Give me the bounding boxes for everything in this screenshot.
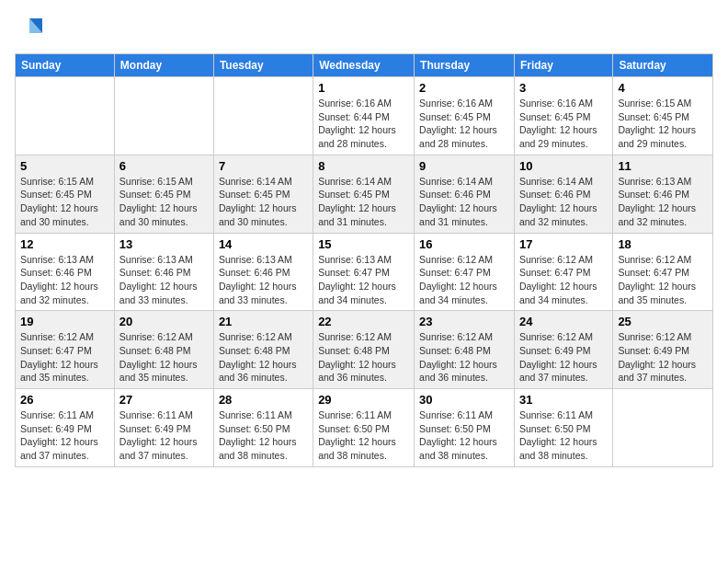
calendar-cell: 10Sunrise: 6:14 AM Sunset: 6:46 PM Dayli… xyxy=(514,155,612,233)
calendar-week-4: 19Sunrise: 6:12 AM Sunset: 6:47 PM Dayli… xyxy=(16,311,713,389)
calendar-cell: 26Sunrise: 6:11 AM Sunset: 6:49 PM Dayli… xyxy=(16,389,115,467)
calendar-week-5: 26Sunrise: 6:11 AM Sunset: 6:49 PM Dayli… xyxy=(16,389,713,467)
calendar-cell: 31Sunrise: 6:11 AM Sunset: 6:50 PM Dayli… xyxy=(514,389,612,467)
day-number: 20 xyxy=(119,315,209,328)
day-number: 29 xyxy=(318,393,409,407)
day-number: 22 xyxy=(318,315,409,328)
day-header-friday: Friday xyxy=(514,54,612,77)
day-number: 26 xyxy=(20,393,109,407)
day-number: 4 xyxy=(618,81,708,95)
calendar-cell xyxy=(16,77,115,155)
calendar-table: SundayMondayTuesdayWednesdayThursdayFrid… xyxy=(15,53,713,467)
day-info: Sunrise: 6:13 AM Sunset: 6:46 PM Dayligh… xyxy=(20,253,109,307)
day-info: Sunrise: 6:12 AM Sunset: 6:47 PM Dayligh… xyxy=(20,330,109,385)
day-info: Sunrise: 6:14 AM Sunset: 6:45 PM Dayligh… xyxy=(219,175,308,229)
day-info: Sunrise: 6:14 AM Sunset: 6:46 PM Dayligh… xyxy=(419,175,509,229)
day-info: Sunrise: 6:16 AM Sunset: 6:45 PM Dayligh… xyxy=(419,97,509,151)
calendar-cell: 16Sunrise: 6:12 AM Sunset: 6:47 PM Dayli… xyxy=(415,233,515,311)
day-number: 5 xyxy=(20,159,109,173)
day-info: Sunrise: 6:16 AM Sunset: 6:45 PM Dayligh… xyxy=(519,97,608,151)
calendar-cell: 14Sunrise: 6:13 AM Sunset: 6:46 PM Dayli… xyxy=(213,233,313,311)
day-info: Sunrise: 6:11 AM Sunset: 6:49 PM Dayligh… xyxy=(20,408,109,463)
day-info: Sunrise: 6:15 AM Sunset: 6:45 PM Dayligh… xyxy=(20,175,109,229)
day-number: 8 xyxy=(318,159,409,173)
calendar-cell: 17Sunrise: 6:12 AM Sunset: 6:47 PM Dayli… xyxy=(514,233,612,311)
calendar-cell: 23Sunrise: 6:12 AM Sunset: 6:48 PM Dayli… xyxy=(415,311,515,389)
day-info: Sunrise: 6:12 AM Sunset: 6:49 PM Dayligh… xyxy=(618,330,708,385)
calendar-cell: 25Sunrise: 6:12 AM Sunset: 6:49 PM Dayli… xyxy=(613,311,713,389)
calendar-cell: 18Sunrise: 6:12 AM Sunset: 6:47 PM Dayli… xyxy=(613,233,713,311)
calendar-cell: 6Sunrise: 6:15 AM Sunset: 6:45 PM Daylig… xyxy=(114,155,213,233)
day-header-sunday: Sunday xyxy=(16,54,115,77)
day-number: 21 xyxy=(219,315,308,328)
day-info: Sunrise: 6:12 AM Sunset: 6:47 PM Dayligh… xyxy=(419,253,509,307)
day-number: 11 xyxy=(618,159,708,173)
calendar-cell: 9Sunrise: 6:14 AM Sunset: 6:46 PM Daylig… xyxy=(415,155,515,233)
calendar-cell xyxy=(213,77,313,155)
day-info: Sunrise: 6:11 AM Sunset: 6:50 PM Dayligh… xyxy=(219,408,308,463)
day-info: Sunrise: 6:12 AM Sunset: 6:48 PM Dayligh… xyxy=(219,330,308,385)
day-info: Sunrise: 6:12 AM Sunset: 6:48 PM Dayligh… xyxy=(318,330,409,385)
calendar-cell: 12Sunrise: 6:13 AM Sunset: 6:46 PM Dayli… xyxy=(16,233,115,311)
logo-icon xyxy=(17,15,46,44)
calendar-cell: 3Sunrise: 6:16 AM Sunset: 6:45 PM Daylig… xyxy=(514,77,612,155)
day-header-monday: Monday xyxy=(114,54,213,77)
day-number: 9 xyxy=(419,159,509,173)
calendar-cell: 22Sunrise: 6:12 AM Sunset: 6:48 PM Dayli… xyxy=(313,311,415,389)
day-number: 12 xyxy=(20,237,109,251)
day-number: 17 xyxy=(519,237,608,251)
day-header-thursday: Thursday xyxy=(415,54,515,77)
day-number: 18 xyxy=(618,237,708,251)
day-number: 27 xyxy=(119,393,209,407)
day-number: 15 xyxy=(318,237,409,251)
day-number: 10 xyxy=(519,159,608,173)
day-info: Sunrise: 6:13 AM Sunset: 6:46 PM Dayligh… xyxy=(618,175,708,229)
day-number: 13 xyxy=(119,237,209,251)
calendar-cell: 20Sunrise: 6:12 AM Sunset: 6:48 PM Dayli… xyxy=(114,311,213,389)
day-number: 24 xyxy=(519,315,608,328)
day-number: 30 xyxy=(419,393,509,407)
day-info: Sunrise: 6:13 AM Sunset: 6:47 PM Dayligh… xyxy=(318,253,409,307)
calendar-week-2: 5Sunrise: 6:15 AM Sunset: 6:45 PM Daylig… xyxy=(16,155,713,233)
page-header xyxy=(15,15,713,44)
day-number: 6 xyxy=(119,159,209,173)
calendar-cell: 15Sunrise: 6:13 AM Sunset: 6:47 PM Dayli… xyxy=(313,233,415,311)
day-number: 25 xyxy=(618,315,708,328)
calendar-week-1: 1Sunrise: 6:16 AM Sunset: 6:44 PM Daylig… xyxy=(16,77,713,155)
day-info: Sunrise: 6:11 AM Sunset: 6:50 PM Dayligh… xyxy=(419,408,509,463)
day-number: 3 xyxy=(519,81,608,95)
calendar-cell: 29Sunrise: 6:11 AM Sunset: 6:50 PM Dayli… xyxy=(313,389,415,467)
calendar-cell: 4Sunrise: 6:15 AM Sunset: 6:45 PM Daylig… xyxy=(613,77,713,155)
calendar-cell: 13Sunrise: 6:13 AM Sunset: 6:46 PM Dayli… xyxy=(114,233,213,311)
day-info: Sunrise: 6:13 AM Sunset: 6:46 PM Dayligh… xyxy=(219,253,308,307)
calendar-cell: 11Sunrise: 6:13 AM Sunset: 6:46 PM Dayli… xyxy=(613,155,713,233)
day-info: Sunrise: 6:14 AM Sunset: 6:45 PM Dayligh… xyxy=(318,175,409,229)
day-number: 16 xyxy=(419,237,509,251)
day-number: 31 xyxy=(519,393,608,407)
day-header-wednesday: Wednesday xyxy=(313,54,415,77)
day-number: 14 xyxy=(219,237,308,251)
day-number: 19 xyxy=(20,315,109,328)
calendar-cell xyxy=(114,77,213,155)
calendar-cell xyxy=(613,389,713,467)
day-info: Sunrise: 6:15 AM Sunset: 6:45 PM Dayligh… xyxy=(119,175,209,229)
calendar-week-3: 12Sunrise: 6:13 AM Sunset: 6:46 PM Dayli… xyxy=(16,233,713,311)
day-info: Sunrise: 6:13 AM Sunset: 6:46 PM Dayligh… xyxy=(119,253,209,307)
calendar-header-row: SundayMondayTuesdayWednesdayThursdayFrid… xyxy=(16,54,713,77)
calendar-cell: 1Sunrise: 6:16 AM Sunset: 6:44 PM Daylig… xyxy=(313,77,415,155)
day-info: Sunrise: 6:16 AM Sunset: 6:44 PM Dayligh… xyxy=(318,97,409,151)
day-info: Sunrise: 6:12 AM Sunset: 6:47 PM Dayligh… xyxy=(618,253,708,307)
day-info: Sunrise: 6:11 AM Sunset: 6:49 PM Dayligh… xyxy=(119,408,209,463)
day-info: Sunrise: 6:12 AM Sunset: 6:47 PM Dayligh… xyxy=(519,253,608,307)
day-number: 7 xyxy=(219,159,308,173)
logo xyxy=(15,15,46,44)
calendar-cell: 28Sunrise: 6:11 AM Sunset: 6:50 PM Dayli… xyxy=(213,389,313,467)
day-info: Sunrise: 6:12 AM Sunset: 6:49 PM Dayligh… xyxy=(519,330,608,385)
day-info: Sunrise: 6:11 AM Sunset: 6:50 PM Dayligh… xyxy=(519,408,608,463)
day-info: Sunrise: 6:12 AM Sunset: 6:48 PM Dayligh… xyxy=(419,330,509,385)
day-info: Sunrise: 6:14 AM Sunset: 6:46 PM Dayligh… xyxy=(519,175,608,229)
calendar-cell: 5Sunrise: 6:15 AM Sunset: 6:45 PM Daylig… xyxy=(16,155,115,233)
day-info: Sunrise: 6:12 AM Sunset: 6:48 PM Dayligh… xyxy=(119,330,209,385)
calendar-cell: 30Sunrise: 6:11 AM Sunset: 6:50 PM Dayli… xyxy=(415,389,515,467)
calendar-cell: 21Sunrise: 6:12 AM Sunset: 6:48 PM Dayli… xyxy=(213,311,313,389)
